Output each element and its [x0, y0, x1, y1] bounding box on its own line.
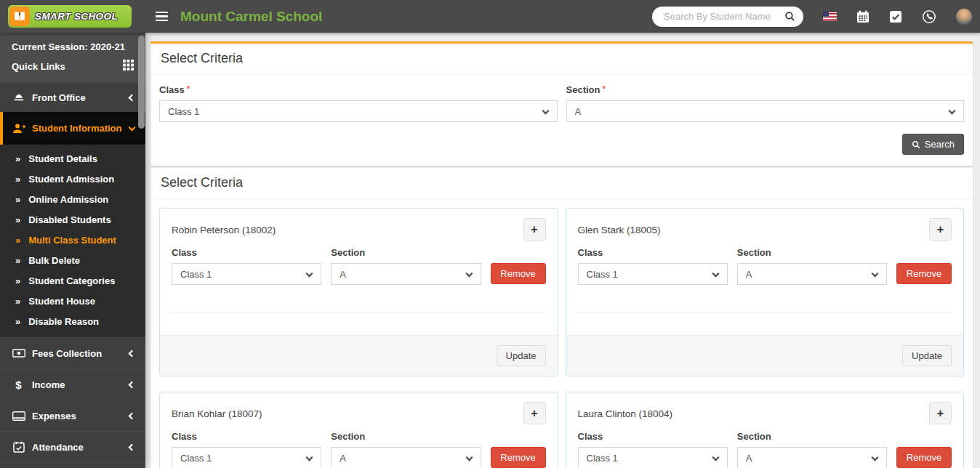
- double-arrow-icon: [15, 194, 20, 205]
- user-avatar[interactable]: [956, 9, 972, 25]
- student-information-submenu: Student Details Student Admission Online…: [0, 145, 145, 337]
- remove-button[interactable]: Remove: [896, 263, 952, 284]
- submenu-item-disable-reason[interactable]: Disable Reason: [0, 311, 145, 331]
- grid-icon: [123, 60, 134, 73]
- panel-title: Select Criteria: [150, 168, 973, 199]
- sidebar-item-label: Fees Collection: [32, 348, 129, 359]
- sidebar-scrollbar-thumb[interactable]: [138, 36, 145, 129]
- submenu-item-student-details[interactable]: Student Details: [0, 148, 145, 169]
- top-header: SMART SCHOOL Mount Carmel School: [0, 0, 980, 33]
- student-card: Laura Clinton (18004) + Class Class 1: [566, 392, 965, 468]
- submenu-item-multi-class-student[interactable]: Multi Class Student: [0, 230, 145, 250]
- double-arrow-icon: [15, 153, 20, 164]
- card-footer: Update: [160, 335, 558, 376]
- sidebar-item-expenses[interactable]: Expenses: [0, 400, 145, 431]
- class-select[interactable]: Class 1: [579, 264, 727, 284]
- sidebar-item-income[interactable]: $ Income: [0, 368, 145, 400]
- double-arrow-icon: [15, 235, 20, 246]
- sidebar-item-label: Expenses: [32, 411, 129, 421]
- menu-toggle-icon[interactable]: [156, 12, 168, 21]
- section-select[interactable]: A: [738, 448, 886, 468]
- remove-button[interactable]: Remove: [896, 447, 952, 468]
- submenu-item-student-admission[interactable]: Student Admission: [0, 169, 145, 189]
- search-button[interactable]: Search: [902, 134, 964, 155]
- language-flag-icon[interactable]: [823, 12, 837, 21]
- double-arrow-icon: [15, 174, 20, 185]
- required-asterisk: *: [602, 84, 605, 93]
- sidebar-item-label: Attendance: [32, 442, 129, 453]
- add-class-button[interactable]: +: [929, 402, 952, 424]
- remove-button[interactable]: Remove: [491, 263, 546, 284]
- section-label: Section: [331, 247, 481, 258]
- class-select[interactable]: Class 1: [172, 448, 321, 468]
- class-label: Class: [172, 247, 321, 258]
- submenu-label: Bulk Delete: [28, 255, 80, 266]
- class-select-wrap: Class 1: [172, 447, 321, 468]
- submenu-item-student-categories[interactable]: Student Categories: [0, 270, 145, 291]
- class-select[interactable]: Class 1: [172, 264, 321, 284]
- section-select[interactable]: A: [332, 448, 480, 468]
- search-icon[interactable]: [784, 11, 795, 22]
- sidebar-item-front-office[interactable]: Front Office: [0, 82, 145, 112]
- brand-badge: SMART SCHOOL: [8, 5, 132, 28]
- submenu-item-online-admission[interactable]: Online Admission: [0, 189, 145, 209]
- add-class-button[interactable]: +: [523, 218, 546, 241]
- submenu-label: Disabled Students: [28, 214, 111, 225]
- double-arrow-icon: [15, 214, 20, 225]
- session-block: Current Session: 2020-21 Quick Links: [0, 33, 145, 82]
- sidebar-item-attendance[interactable]: Attendance: [0, 431, 145, 462]
- class-label: Class: [578, 431, 728, 442]
- update-button[interactable]: Update: [902, 345, 952, 366]
- add-class-button[interactable]: +: [929, 218, 952, 241]
- header-actions: [652, 7, 980, 27]
- required-asterisk: *: [187, 84, 190, 93]
- student-cards-grid: Robin Peterson (18002) + Class Class 1: [150, 199, 973, 468]
- sidebar-item-label: Income: [32, 379, 129, 390]
- add-class-button[interactable]: +: [523, 402, 546, 424]
- student-name: Brian Kohlar (18007): [172, 402, 262, 419]
- student-card: Brian Kohlar (18007) + Class Class 1: [159, 392, 558, 468]
- section-select-wrap: A: [737, 447, 887, 468]
- class-select[interactable]: Class 1: [579, 448, 727, 468]
- class-select[interactable]: Class 1: [160, 101, 557, 121]
- calendar-icon[interactable]: [856, 10, 869, 23]
- double-arrow-icon: [15, 296, 20, 307]
- front-office-icon: [12, 92, 25, 102]
- update-button[interactable]: Update: [497, 345, 546, 366]
- page-title: Mount Carmel School: [180, 9, 322, 25]
- whatsapp-icon[interactable]: [922, 9, 936, 24]
- class-label: Class: [172, 431, 321, 442]
- submenu-item-bulk-delete[interactable]: Bulk Delete: [0, 250, 145, 270]
- remove-button[interactable]: Remove: [491, 447, 546, 468]
- chevron-left-icon: [129, 350, 136, 357]
- expenses-icon: [12, 411, 25, 421]
- main-content: Select Criteria Class* Class 1 Section*: [145, 33, 980, 468]
- submenu-label: Student House: [28, 296, 95, 307]
- app-window: SMART SCHOOL Mount Carmel School: [0, 0, 980, 468]
- sidebar-item-fees-collection[interactable]: Fees Collection: [0, 337, 145, 368]
- submenu-item-student-house[interactable]: Student House: [0, 291, 145, 311]
- attendance-icon: [12, 441, 25, 453]
- section-select[interactable]: A: [738, 264, 886, 284]
- section-select[interactable]: A: [332, 264, 480, 284]
- section-select[interactable]: A: [567, 101, 964, 121]
- quick-links-label: Quick Links: [12, 61, 65, 72]
- brand-logo[interactable]: SMART SCHOOL: [0, 0, 145, 33]
- sidebar: Current Session: 2020-21 Quick Links: [0, 33, 145, 468]
- tasks-icon[interactable]: [889, 10, 902, 23]
- submenu-item-disabled-students[interactable]: Disabled Students: [0, 209, 145, 230]
- sidebar-menu: Front Office Student Information St: [0, 82, 145, 468]
- sidebar-item-label: Front Office: [32, 92, 129, 103]
- current-session-label: Current Session: 2020-21: [12, 41, 134, 52]
- search-input[interactable]: [662, 10, 784, 23]
- quick-links[interactable]: Quick Links: [12, 60, 134, 73]
- class-select-wrap: Class 1: [172, 263, 321, 285]
- income-icon: $: [12, 379, 25, 390]
- sidebar-item-examinations[interactable]: Examinations: [0, 462, 145, 468]
- chevron-down-icon: [129, 124, 136, 131]
- submenu-label: Online Admission: [28, 194, 108, 205]
- class-select-wrap: Class 1: [578, 447, 728, 468]
- fees-collection-icon: [12, 349, 25, 358]
- chevron-left-icon: [129, 381, 136, 388]
- sidebar-item-student-information[interactable]: Student Information: [0, 112, 145, 145]
